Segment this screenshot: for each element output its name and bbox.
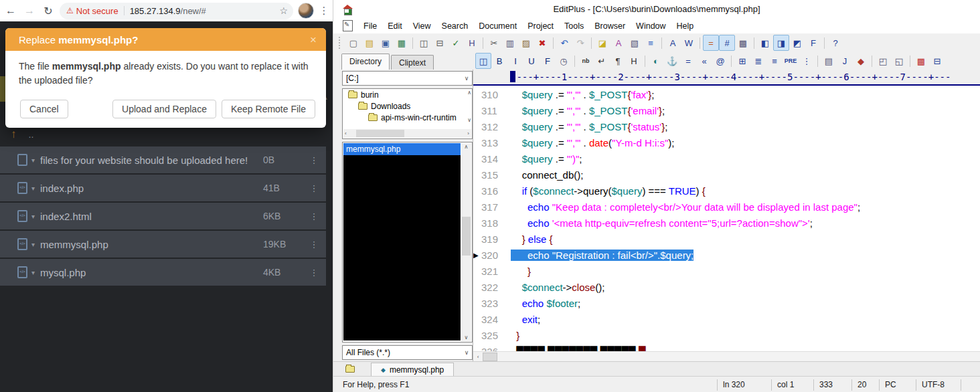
filelist-scrollbar[interactable]: ∧ ∨ (461, 143, 471, 341)
window-list-icon[interactable]: ◧ (757, 35, 773, 51)
image-tag-icon[interactable]: ◐ (648, 53, 664, 69)
file-name[interactable]: memmysql.php (40, 239, 263, 250)
code-line-312[interactable]: 312 $query .= "','" . $_POST{'status'}; (473, 119, 980, 135)
scroll-left-icon[interactable]: ‹ (473, 354, 483, 360)
chevron-down-icon[interactable]: ∨ (461, 349, 472, 356)
code-line-313[interactable]: 313 $query .= "','" . date("Y-m-d H:i:s"… (473, 135, 980, 151)
code-line-318[interactable]: 318 echo '<meta http-equiv=refresh conte… (473, 215, 980, 231)
tree-scroll-up-icon[interactable]: ∧ (467, 90, 471, 96)
code-line-320[interactable]: ▶320 echo "Registration : fail<br/>".$qu… (473, 248, 980, 264)
file-name[interactable]: mysql.php (40, 267, 263, 278)
find-next-icon[interactable]: A (610, 35, 627, 51)
dropdown-caret-icon[interactable]: ▾ (31, 157, 35, 164)
paste-icon[interactable]: ▨ (518, 35, 534, 51)
back-icon[interactable]: ← (1, 5, 20, 17)
comment-tag-icon[interactable]: « (696, 53, 712, 69)
tab-cliptext[interactable]: Cliptext (391, 55, 434, 70)
dropdown-caret-icon[interactable]: ▾ (31, 241, 35, 248)
menu-edit[interactable]: Edit (382, 20, 408, 32)
row-menu-icon[interactable]: ⋮ (302, 211, 326, 221)
code-line-322[interactable]: 322 $connect->close(); (473, 280, 980, 296)
selected-file-item[interactable]: memmysql.php (343, 143, 461, 155)
tree-scroll-down-icon[interactable]: ∨ (467, 117, 471, 123)
table-icon[interactable]: ⊞ (734, 53, 750, 69)
code-line-311[interactable]: 311 $query .= "','" . $_POST{'email'}; (473, 103, 980, 119)
file-row[interactable]: ▾index2.html6KB⋮ (0, 203, 326, 229)
menu-search[interactable]: Search (436, 20, 474, 32)
file-filter-selector[interactable]: All Files (*.*) ∨ (342, 345, 473, 360)
copy-file-icon[interactable]: ◰ (875, 53, 891, 69)
menu-tools[interactable]: Tools (559, 20, 589, 32)
java-applet-icon[interactable]: J (837, 53, 853, 69)
print-preview-icon[interactable]: ◫ (416, 35, 432, 51)
row-menu-icon[interactable]: ⋮ (302, 239, 326, 250)
menu-project[interactable]: Project (522, 20, 559, 32)
forward-icon[interactable]: → (20, 5, 39, 17)
menu-browser[interactable]: Browser (589, 20, 631, 32)
code-line-324[interactable]: 324 exit; (473, 312, 980, 328)
spell-check-icon[interactable]: ✓ (448, 35, 464, 51)
italic-icon[interactable]: I (507, 53, 523, 69)
dropdown-caret-icon[interactable]: ▾ (31, 185, 35, 192)
print-icon[interactable]: ⊟ (432, 35, 448, 51)
scroll-right-icon[interactable]: › (467, 130, 469, 136)
anchor-icon[interactable]: ⚓ (664, 53, 680, 69)
bookmark-star-icon[interactable]: ☆ (275, 5, 288, 16)
horizontal-rule-icon[interactable]: = (680, 53, 696, 69)
right-align-icon[interactable]: ≡ (766, 53, 783, 69)
dropdown-caret-icon[interactable]: ▾ (31, 213, 35, 220)
document-menu-icon[interactable] (343, 20, 353, 31)
cliptext-window-icon[interactable]: ◩ (789, 35, 805, 51)
new-file-icon[interactable]: ▢ (345, 35, 361, 51)
code-line-317[interactable]: 317 echo "Keep data : completely<br/>You… (473, 199, 980, 215)
menu-document[interactable]: Document (473, 20, 522, 32)
objects-icon[interactable]: ◆ (853, 53, 869, 69)
script-tag-icon[interactable]: ▤ (821, 53, 837, 69)
document-tab-memmysql[interactable]: ◆ memmysql.php (371, 363, 454, 377)
word-wrap-icon[interactable]: W (681, 35, 697, 51)
tab-directory[interactable]: Directory (341, 54, 390, 70)
font-tag-icon[interactable]: F (540, 53, 556, 69)
code-line-315[interactable]: 315 connect_db(); (473, 167, 980, 183)
refresh-icon[interactable]: ↻ (39, 5, 58, 17)
underline-icon[interactable]: U (523, 53, 540, 69)
paragraph-icon[interactable]: ¶ (610, 53, 626, 69)
heading-icon[interactable]: H (626, 53, 642, 69)
undo-icon[interactable]: ↶ (556, 35, 572, 51)
menu-view[interactable]: View (408, 20, 436, 32)
tree-item-burin[interactable]: burin (343, 89, 472, 100)
browser-menu-icon[interactable]: ⋮ (317, 5, 331, 17)
function-list-icon[interactable]: F (805, 35, 821, 51)
code-line-316[interactable]: 316 if ($connect->query($query) === TRUE… (473, 183, 980, 199)
open-file-icon[interactable]: ▤ (361, 35, 378, 51)
menu-help[interactable]: Help (671, 20, 700, 32)
line-break-icon[interactable]: ↵ (594, 53, 610, 69)
document-properties-icon[interactable]: ▩ (735, 35, 751, 51)
duplicate-line-icon[interactable]: ▧ (627, 35, 643, 51)
row-menu-icon[interactable]: ⋮ (302, 268, 326, 278)
colors-icon[interactable]: ▩ (913, 53, 929, 69)
not-secure-label[interactable]: Not secure (76, 6, 118, 16)
code-line-323[interactable]: 323 echo $footer; (473, 296, 980, 312)
save-all-icon[interactable]: ▦ (394, 35, 410, 51)
dropdown-caret-icon[interactable]: ▾ (31, 269, 35, 276)
line-numbers-icon[interactable]: # (719, 35, 735, 51)
html-document-icon[interactable]: H (464, 35, 480, 51)
save-icon[interactable]: ▣ (378, 35, 394, 51)
directory-window-icon[interactable]: ◨ (773, 35, 789, 51)
drive-selector[interactable]: [C:] ∨ (342, 71, 473, 86)
menu-window[interactable]: Window (631, 20, 671, 32)
cut-icon[interactable]: ✂ (486, 35, 502, 51)
chevron-down-icon[interactable]: ∨ (461, 75, 472, 82)
list-tag-icon[interactable]: ⋮ (799, 53, 815, 69)
scroll-down-icon[interactable]: ∨ (461, 334, 471, 340)
code-line-314[interactable]: 314 $query .= "')"; (473, 151, 980, 167)
nonbreak-space-icon[interactable]: nb (578, 53, 594, 69)
code-line-321[interactable]: 321 } (473, 264, 980, 280)
move-file-icon[interactable]: ◱ (891, 53, 907, 69)
tree-item-api-ms-win-crt-runtim[interactable]: api-ms-win-crt-runtim (343, 112, 472, 123)
redo-icon[interactable]: ↷ (572, 35, 588, 51)
scroll-left-icon[interactable]: ‹ (345, 130, 347, 136)
code-line-326[interactable]: 326 ▀▀▀▀ ▀▀▀▀▀▀▀ ▀▀▀▀▀ ▀ (473, 344, 980, 351)
file-row[interactable]: ▾index.php41B⋮ (0, 175, 326, 201)
